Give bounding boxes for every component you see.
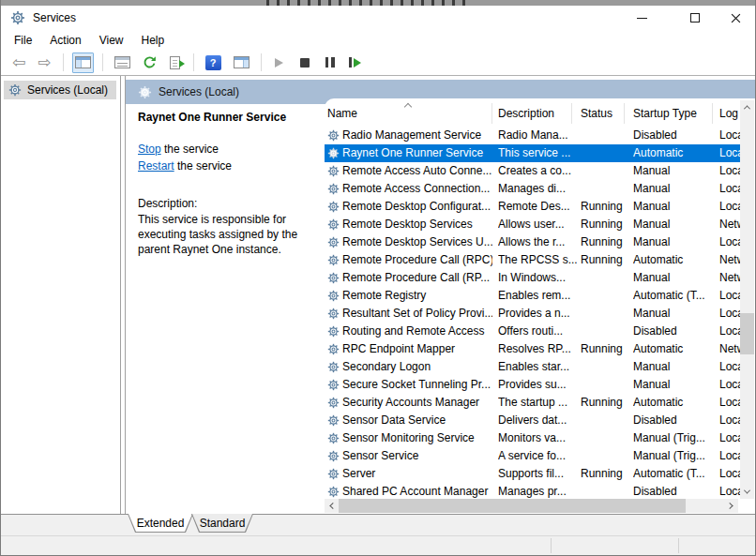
service-startup-type: Automatic bbox=[633, 340, 718, 358]
service-status: Running bbox=[581, 198, 630, 216]
selected-service-title: Raynet One Runner Service bbox=[138, 111, 286, 124]
column-header-log-on-as[interactable]: Log bbox=[719, 107, 738, 120]
table-row[interactable]: Remote Access Auto Conne... Creates a co… bbox=[325, 162, 740, 180]
column-separator[interactable] bbox=[571, 103, 572, 124]
table-row[interactable]: Resultant Set of Policy Provi... Provide… bbox=[325, 305, 740, 323]
service-name: Remote Procedure Call (RPC) bbox=[342, 251, 492, 269]
service-startup-type: Automatic bbox=[633, 394, 718, 412]
stop-service-link[interactable]: Stop bbox=[138, 143, 161, 156]
service-description: Provides a n... bbox=[498, 305, 578, 323]
export-list-button[interactable] bbox=[166, 53, 185, 73]
table-row[interactable]: Routing and Remote Access Offers routi..… bbox=[325, 323, 740, 340]
service-log-on-as: Netw bbox=[719, 216, 740, 233]
tab-label: Standard bbox=[191, 514, 253, 533]
table-row[interactable]: Remote Registry Enables rem... Automatic… bbox=[325, 287, 740, 305]
show-console-tree-button[interactable] bbox=[72, 53, 94, 73]
column-separator[interactable] bbox=[712, 103, 713, 124]
table-row[interactable]: Remote Desktop Configurat... Remote Des.… bbox=[325, 198, 740, 216]
table-row[interactable]: Radio Management Service Radio Mana... D… bbox=[325, 127, 740, 144]
service-log-on-as: Loca bbox=[719, 127, 740, 144]
window-title: Services bbox=[33, 6, 76, 30]
column-header-description[interactable]: Description bbox=[498, 107, 554, 120]
services-gear-icon bbox=[8, 83, 22, 97]
vertical-scrollbar-thumb[interactable] bbox=[740, 313, 754, 354]
tab-extended[interactable]: Extended bbox=[128, 514, 193, 533]
service-action-links: Stop the service Restart the service bbox=[138, 141, 232, 174]
service-description: This service ... bbox=[498, 144, 578, 162]
service-gear-icon bbox=[327, 290, 340, 302]
help-button[interactable]: ? bbox=[203, 53, 224, 73]
column-header-startup-type[interactable]: Startup Type bbox=[633, 107, 697, 120]
show-action-pane-button[interactable] bbox=[231, 53, 252, 73]
properties-button[interactable] bbox=[112, 53, 133, 73]
table-row[interactable]: Server Supports fil... Running Automatic… bbox=[325, 465, 740, 483]
refresh-button[interactable] bbox=[140, 53, 159, 73]
service-description: In Windows... bbox=[498, 269, 578, 287]
maximize-button[interactable] bbox=[673, 6, 717, 30]
column-header-name[interactable]: Name bbox=[327, 107, 357, 120]
console-tree-icon bbox=[75, 56, 91, 68]
maximize-icon bbox=[690, 13, 700, 23]
view-tab-strip: Extended Standard bbox=[1, 514, 755, 535]
column-header-status[interactable]: Status bbox=[581, 107, 612, 120]
tree-item-services-local[interactable]: Services (Local) bbox=[4, 81, 116, 99]
menu-item[interactable]: Action bbox=[50, 34, 81, 47]
table-row[interactable]: Remote Desktop Services U... Allows the … bbox=[325, 233, 740, 251]
table-row[interactable]: Remote Desktop Services Allows user... R… bbox=[325, 216, 740, 233]
service-gear-icon bbox=[327, 486, 340, 498]
horizontal-scrollbar-thumb[interactable] bbox=[339, 499, 686, 513]
scroll-up-icon[interactable] bbox=[740, 100, 754, 114]
scroll-down-icon[interactable] bbox=[740, 485, 754, 499]
vertical-scrollbar[interactable] bbox=[740, 100, 754, 499]
table-row[interactable]: Remote Access Connection... Manages di..… bbox=[325, 180, 740, 198]
table-row[interactable]: Security Accounts Manager The startup ..… bbox=[325, 394, 740, 412]
service-gear-icon bbox=[327, 272, 340, 284]
service-log-on-as: Loca bbox=[719, 162, 740, 180]
restart-service-line: Restart the service bbox=[138, 158, 232, 174]
column-separator[interactable] bbox=[491, 103, 492, 124]
service-startup-type: Automatic bbox=[633, 144, 718, 162]
scroll-right-icon[interactable] bbox=[724, 499, 738, 513]
scroll-left-icon[interactable] bbox=[325, 499, 339, 513]
table-row[interactable]: Shared PC Account Manager Manages pr... … bbox=[325, 483, 740, 500]
restart-service-button[interactable] bbox=[346, 53, 365, 73]
service-name: Remote Procedure Call (RP... bbox=[342, 269, 492, 287]
table-row[interactable]: Secondary Logon Enables star... Manual L… bbox=[325, 358, 740, 376]
close-button[interactable] bbox=[717, 6, 755, 30]
banner-title: Services (Local) bbox=[159, 85, 239, 98]
menu-item[interactable]: File bbox=[14, 34, 32, 47]
column-separator[interactable] bbox=[624, 103, 625, 124]
service-description: A service fo... bbox=[498, 447, 578, 465]
table-row[interactable]: Remote Procedure Call (RPC) The RPCSS s.… bbox=[325, 251, 740, 269]
right-panel: Services (Local) Raynet One Runner Servi… bbox=[125, 76, 755, 514]
service-gear-icon bbox=[327, 236, 340, 248]
service-log-on-as: Loca bbox=[719, 198, 740, 216]
action-pane-icon bbox=[234, 56, 249, 68]
table-row[interactable]: RPC Endpoint Mapper Resolves RP... Runni… bbox=[325, 340, 740, 358]
tab-label: Extended bbox=[128, 514, 193, 533]
title-bar[interactable]: Services bbox=[1, 6, 755, 30]
minimize-button[interactable] bbox=[620, 6, 663, 30]
back-button[interactable]: ⇦ bbox=[9, 53, 28, 73]
tab-standard[interactable]: Standard bbox=[191, 514, 253, 533]
menu-item[interactable]: View bbox=[99, 34, 124, 47]
table-row[interactable]: Raynet One Runner Service This service .… bbox=[325, 144, 740, 162]
service-name: Remote Desktop Services bbox=[342, 216, 492, 233]
table-row[interactable]: Sensor Data Service Delivers dat... Disa… bbox=[325, 412, 740, 429]
table-row[interactable]: Remote Procedure Call (RP... In Windows.… bbox=[325, 269, 740, 287]
service-name: Remote Access Connection... bbox=[342, 180, 492, 198]
table-row[interactable]: Sensor Service A service fo... Manual (T… bbox=[325, 447, 740, 465]
menu-item[interactable]: Help bbox=[142, 34, 165, 47]
restart-service-link[interactable]: Restart bbox=[138, 159, 174, 173]
table-row[interactable]: Sensor Monitoring Service Monitors va...… bbox=[325, 429, 740, 447]
horizontal-scrollbar[interactable] bbox=[325, 499, 738, 513]
stop-line-suffix: the service bbox=[161, 143, 219, 156]
forward-button[interactable]: ⇨ bbox=[35, 53, 53, 73]
pause-service-button[interactable] bbox=[321, 53, 340, 73]
description-text: This service is responsible for executin… bbox=[138, 212, 309, 257]
start-service-button[interactable] bbox=[270, 53, 289, 73]
service-status: Running bbox=[581, 233, 630, 251]
table-row[interactable]: Secure Socket Tunneling Pr... Provides s… bbox=[325, 376, 740, 394]
service-gear-icon bbox=[327, 397, 340, 409]
stop-service-button[interactable] bbox=[295, 53, 314, 73]
